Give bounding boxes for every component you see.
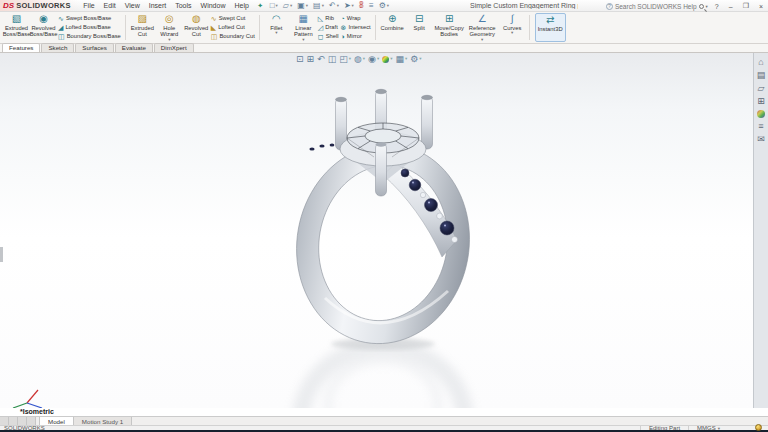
restore-button[interactable]: ❐ (740, 2, 752, 10)
zoom-to-fit-button[interactable]: ⊡ (296, 54, 304, 64)
fillet-button[interactable]: ◠ Fillet ▾ (263, 13, 290, 42)
command-manager-ribbon: ▧ Extruded Boss/Base ◉ Revolved Boss/Bas… (0, 12, 768, 44)
title-bar: DS SOLIDWORKS File Edit View Insert Tool… (0, 0, 768, 12)
intersect-icon: ⊗ (341, 24, 347, 31)
save-button[interactable]: ▣▾ (297, 1, 308, 10)
dassault-logo-icon: DS (3, 1, 14, 10)
extruded-cut-button[interactable]: ▨ Extruded Cut (129, 13, 156, 42)
section-view-button[interactable]: ◫ (328, 54, 337, 64)
tab-features[interactable]: Features (2, 43, 40, 52)
appearances-scenes-icon[interactable] (757, 110, 765, 118)
help-button[interactable]: ? (712, 3, 722, 10)
apply-scene-button[interactable]: ▦▾ (395, 54, 407, 64)
file-properties-icon: ≡ (369, 1, 374, 10)
edit-appearance-button[interactable]: ▾ (382, 54, 392, 64)
pin-menubar-icon[interactable]: ✦ (257, 2, 263, 10)
view-settings-button[interactable]: ⚙▾ (410, 54, 421, 64)
zoom-to-fit-icon: ⊡ (296, 54, 304, 64)
file-explorer-icon[interactable]: ▱ (758, 84, 765, 93)
help-circle-icon: ? (606, 3, 613, 10)
instant3d-button[interactable]: ⇄ Instant3D (535, 13, 566, 42)
lofted-boss-base-button[interactable]: ◢Lofted Boss/Base (58, 24, 121, 31)
menu-insert[interactable]: Insert (144, 2, 171, 9)
split-button[interactable]: ⊟ Split (406, 13, 433, 42)
heads-up-view-toolbar: ⊡ ⊞ ↶ ◫ ◰▾ ◍▾ ◉▾ ▾ ▦▾ ⚙▾ (296, 54, 422, 64)
solidworks-resources-icon[interactable]: ⌂ (758, 58, 763, 67)
previous-view-button[interactable]: ↶ (317, 54, 325, 64)
tab-dimxpert[interactable]: DimXpert (154, 43, 194, 52)
menu-window[interactable]: Window (196, 2, 230, 9)
new-document-button[interactable]: □▾ (270, 1, 278, 10)
search-help-box[interactable]: ? Search SOLIDWORKS Help ▾ (606, 3, 708, 10)
select-button[interactable]: ➤▾ (344, 1, 354, 10)
options-button[interactable]: ⚙▾ (379, 1, 389, 10)
close-button[interactable]: × (756, 3, 766, 10)
apply-scene-icon: ▦ (395, 54, 404, 64)
revolved-cut-button[interactable]: ◍ Revolved Cut (183, 13, 210, 42)
menu-help[interactable]: Help (230, 2, 253, 9)
view-orientation-label: *Isometric (20, 408, 54, 415)
hole-wizard-icon: ◎ (165, 14, 174, 24)
design-library-icon[interactable]: ▤ (757, 71, 766, 80)
linear-pattern-button[interactable]: ▦ Linear Pattern ▾ (290, 13, 317, 42)
tab-scroll-buttons[interactable] (0, 417, 36, 425)
shell-button[interactable]: ◻Shell (318, 33, 339, 40)
help-resources-icon[interactable] (755, 424, 762, 431)
section-view-icon: ◫ (328, 54, 337, 64)
menu-edit[interactable]: Edit (99, 2, 120, 9)
revolved-boss-base-button[interactable]: ◉ Revolved Boss/Base (30, 13, 57, 42)
save-icon: ▣ (297, 1, 305, 10)
print-button[interactable]: ▤▾ (313, 1, 324, 10)
file-properties-button[interactable]: ≡ (369, 1, 374, 10)
mirror-button[interactable]: ◑Mirror (341, 33, 371, 40)
extruded-boss-icon: ▧ (12, 14, 21, 24)
menu-tools[interactable]: Tools (171, 2, 196, 9)
custom-properties-icon[interactable]: ≡ (758, 122, 763, 131)
zoom-to-area-icon: ⊞ (307, 54, 315, 64)
draft-button[interactable]: ◿Draft (318, 24, 339, 31)
rib-button[interactable]: ◺Rib (318, 15, 339, 22)
boundary-boss-base-button[interactable]: ◫Boundary Boss/Base (58, 33, 121, 40)
tab-sketch[interactable]: Sketch (41, 43, 74, 52)
menu-view[interactable]: View (120, 2, 144, 9)
open-button[interactable]: ▱▾ (283, 1, 292, 10)
move-copy-bodies-button[interactable]: ⊞ Move/Copy Bodies (433, 13, 466, 42)
display-style-button[interactable]: ◍▾ (354, 54, 365, 64)
display-style-icon: ◍ (354, 54, 362, 64)
undo-button[interactable]: ↶▾ (329, 1, 339, 10)
extruded-boss-base-button[interactable]: ▧ Extruded Boss/Base (3, 13, 30, 42)
view-orientation-button[interactable]: ◰▾ (339, 54, 351, 64)
swept-cut-button[interactable]: ∿Swept Cut (211, 15, 255, 22)
rebuild-icon: 𝟠 (359, 1, 364, 10)
combine-button[interactable]: ⊕ Combine (379, 13, 406, 42)
boundary-boss-icon: ◫ (58, 33, 65, 40)
tab-model[interactable]: Model (39, 417, 74, 425)
view-palette-icon[interactable]: ⊞ (757, 97, 765, 106)
tab-motion-study-1[interactable]: Motion Study 1 (74, 417, 132, 425)
boundary-cut-button[interactable]: ◫Boundary Cut (211, 33, 255, 40)
split-icon: ⊟ (415, 14, 423, 24)
feature-manager-splitter-handle[interactable] (0, 247, 3, 262)
minimize-button[interactable]: – (726, 3, 736, 10)
extruded-cut-icon: ▨ (138, 14, 147, 24)
zoom-to-area-button[interactable]: ⊞ (307, 54, 315, 64)
tab-evaluate[interactable]: Evaluate (115, 43, 153, 52)
solidworks-forum-icon[interactable]: ✉ (757, 135, 765, 144)
menu-file[interactable]: File (79, 2, 99, 9)
brand-name: SOLIDWORKS (16, 1, 71, 10)
rebuild-button[interactable]: 𝟠 (359, 1, 364, 10)
wrap-button[interactable]: ◔Wrap (341, 15, 371, 22)
swept-boss-base-button[interactable]: ∿Swept Boss/Base (58, 15, 121, 22)
hole-wizard-button[interactable]: ◎ Hole Wizard ▾ (156, 13, 183, 42)
lofted-cut-button[interactable]: ◣Lofted Cut (211, 24, 255, 31)
reference-triad (13, 390, 42, 408)
hide-show-items-button[interactable]: ◉▾ (368, 54, 379, 64)
intersect-button[interactable]: ⊗Intersect (341, 24, 371, 31)
tab-surfaces[interactable]: Surfaces (75, 43, 113, 52)
curves-button[interactable]: ∫ Curves ▾ (499, 13, 526, 42)
ring-3d-model[interactable] (0, 53, 768, 408)
curves-icon: ∫ (511, 14, 514, 24)
reference-geometry-button[interactable]: ∠ Reference Geometry ▾ (466, 13, 499, 42)
graphics-viewport[interactable]: ⊡ ⊞ ↶ ◫ ◰▾ ◍▾ ◉▾ ▾ ▦▾ ⚙▾ ⌂ ▤ ▱ ⊞ ≡ ✉ (0, 53, 768, 408)
linear-pattern-icon: ▦ (299, 14, 308, 24)
